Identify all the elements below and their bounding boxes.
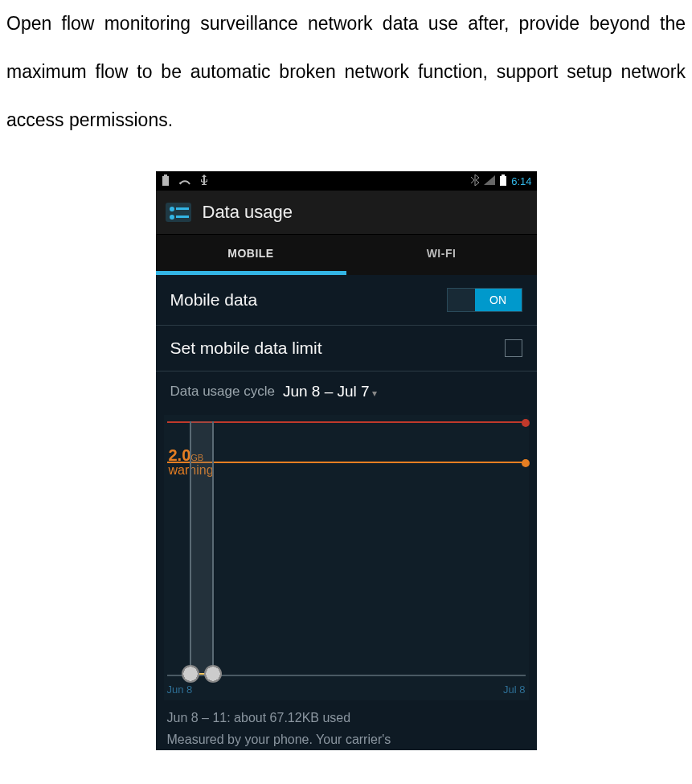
selection-line-right: [212, 421, 214, 676]
android-screenshot: 6:14 Data usage MOBILE WI-FI Mobile data: [156, 171, 537, 750]
document-paragraph: Open flow monitoring surveillance networ…: [0, 0, 692, 163]
clock-time: 6:14: [511, 175, 531, 187]
tabs: MOBILE WI-FI: [156, 235, 537, 274]
action-bar: Data usage: [156, 191, 537, 235]
axis-label-left: Jun 8: [167, 683, 193, 696]
set-limit-checkbox[interactable]: [505, 339, 522, 357]
svg-rect-6: [176, 207, 189, 210]
selection-line-left: [190, 421, 191, 676]
selection-area: [191, 421, 212, 676]
measured-line: Measured by your phone. Your carrier's: [167, 733, 391, 746]
mobile-data-row: Mobile data ON: [156, 275, 537, 326]
svg-rect-2: [500, 176, 506, 186]
bluetooth-icon: [471, 174, 479, 188]
svg-rect-8: [176, 215, 189, 218]
warning-handle[interactable]: [522, 459, 530, 467]
battery-status-icon: [161, 174, 170, 188]
signal-icon: [484, 175, 495, 187]
usage-chart[interactable]: 2.0GB warning Jun 8 Jul 8: [164, 415, 529, 700]
set-limit-label: Set mobile data limit: [170, 339, 322, 358]
usage-summary-line: Jun 8 – 11: about 67.12KB used: [167, 711, 351, 724]
data-usage-icon: [164, 198, 193, 227]
toggle-on-label: ON: [475, 289, 522, 311]
svg-point-7: [170, 215, 174, 220]
mobile-data-label: Mobile data: [170, 290, 258, 310]
status-bar: 6:14: [156, 171, 537, 191]
cycle-dropdown[interactable]: Jun 8 – Jul 7: [283, 383, 377, 400]
mobile-data-toggle[interactable]: ON: [447, 288, 522, 312]
usb-icon: [199, 174, 209, 188]
selection-handle-right[interactable]: [204, 665, 222, 683]
missed-call-icon: [178, 174, 191, 188]
limit-line[interactable]: [167, 421, 526, 423]
tab-wifi[interactable]: WI-FI: [346, 235, 537, 274]
cycle-row: Data usage cycle Jun 8 – Jul 7: [156, 371, 537, 408]
svg-rect-4: [166, 203, 191, 222]
svg-point-5: [170, 207, 174, 211]
warning-line[interactable]: [167, 462, 526, 463]
set-limit-row[interactable]: Set mobile data limit: [156, 326, 537, 371]
screen-title: Data usage: [203, 202, 293, 223]
cycle-label: Data usage cycle: [170, 384, 275, 400]
tab-mobile[interactable]: MOBILE: [156, 235, 346, 274]
axis-label-right: Jul 8: [503, 683, 525, 696]
footer-text: Jun 8 – 11: about 67.12KB used Measured …: [156, 700, 537, 750]
battery-icon: [500, 174, 506, 188]
selection-handle-left[interactable]: [182, 665, 199, 683]
svg-rect-1: [164, 174, 167, 176]
limit-handle[interactable]: [522, 419, 530, 427]
svg-rect-0: [162, 176, 169, 186]
svg-rect-3: [502, 174, 505, 176]
